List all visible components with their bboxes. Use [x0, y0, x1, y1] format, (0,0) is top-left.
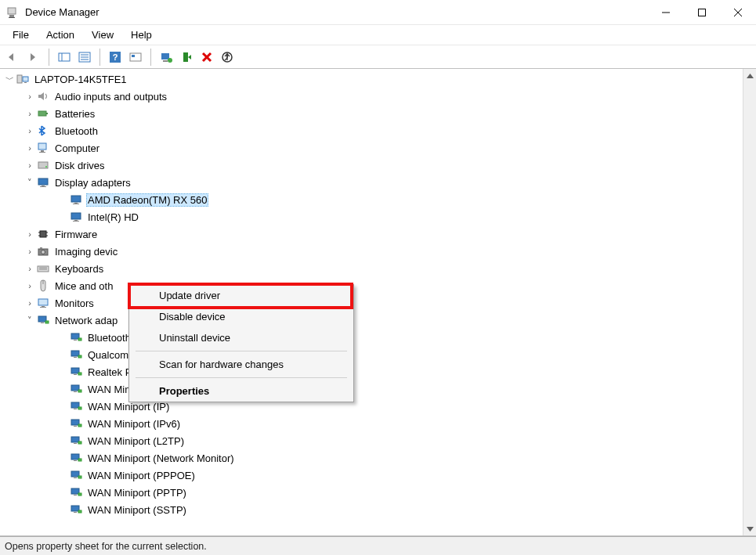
menu-action[interactable]: Action: [38, 27, 82, 42]
tree-category[interactable]: › Batteries: [0, 105, 743, 122]
expander-icon[interactable]: ›: [24, 109, 36, 118]
tree-device[interactable]: WAN Miniport (IKEv2): [0, 380, 743, 398]
svg-rect-7: [59, 53, 70, 61]
expander-icon[interactable]: ˅: [24, 315, 36, 326]
tree-item-label: WAN Miniport (L2TP): [86, 434, 186, 448]
network-icon: [69, 452, 83, 464]
svg-rect-16: [132, 55, 135, 57]
context-menu-item[interactable]: Disable device: [129, 306, 353, 327]
bluetooth-icon: [36, 124, 50, 137]
expander-icon[interactable]: ›: [24, 298, 36, 308]
svg-rect-29: [38, 143, 46, 150]
tree-root[interactable]: ﹀ LAPTOP-14K5TFE1: [0, 70, 743, 88]
tree-item-label: Computer: [53, 142, 101, 155]
show-hidden-button[interactable]: [56, 49, 73, 66]
expander-icon[interactable]: ›: [24, 264, 36, 273]
expander-icon[interactable]: ›: [24, 281, 36, 290]
network-icon: [69, 348, 83, 361]
svg-rect-18: [163, 60, 168, 62]
svg-point-33: [45, 166, 47, 168]
expander-icon[interactable]: ›: [24, 160, 36, 170]
svg-rect-77: [74, 426, 77, 427]
tree-device[interactable]: WAN Miniport (IP): [0, 398, 743, 415]
menu-file[interactable]: File: [5, 27, 37, 42]
maximize-button[interactable]: [684, 0, 720, 25]
network-icon: [69, 331, 83, 344]
svg-rect-25: [23, 77, 28, 81]
svg-rect-89: [74, 495, 77, 496]
uninstall-button[interactable]: [198, 49, 215, 66]
svg-rect-80: [74, 443, 77, 444]
expander-icon[interactable]: ›: [24, 143, 36, 153]
computer-icon: [36, 142, 50, 154]
context-menu-item[interactable]: Scan for hardware changes: [129, 354, 353, 375]
minimize-button[interactable]: [648, 0, 684, 25]
scan-hardware-button[interactable]: [127, 49, 144, 66]
svg-rect-30: [41, 150, 44, 152]
tree-device[interactable]: WAN Miniport (PPTP): [0, 484, 743, 501]
network-icon: [69, 434, 83, 447]
tree-device[interactable]: Bluetooth Device (Personal Area Network): [0, 329, 743, 346]
tree-category[interactable]: ˅ Display adapters: [0, 174, 743, 191]
mouse-icon: [36, 279, 50, 292]
tree-category[interactable]: › Monitors: [0, 294, 743, 312]
svg-rect-93: [78, 510, 81, 513]
expander-icon[interactable]: ›: [24, 247, 36, 256]
expander-icon[interactable]: ˅: [24, 178, 36, 188]
tree-category[interactable]: › Keyboards: [0, 260, 743, 277]
titlebar: Device Manager: [0, 0, 756, 25]
device-tree[interactable]: ﹀ LAPTOP-14K5TFE1 › Audio inputs and out…: [0, 69, 743, 535]
svg-rect-81: [78, 441, 81, 444]
context-menu-item[interactable]: Properties: [129, 380, 353, 402]
update-driver-button[interactable]: [157, 49, 175, 66]
tree-device[interactable]: WAN Miniport (PPPOE): [0, 467, 743, 484]
forward-button[interactable]: [25, 49, 42, 66]
tree-device[interactable]: WAN Miniport (SSTP): [0, 501, 743, 518]
tree-category[interactable]: › Firmware: [0, 225, 743, 243]
tree-item-label: WAN Miniport (SSTP): [86, 503, 188, 517]
svg-rect-56: [42, 306, 45, 307]
back-button[interactable]: [5, 49, 22, 66]
tree-device[interactable]: Intel(R) HD: [0, 208, 743, 225]
svg-rect-35: [42, 186, 45, 186]
tree-device[interactable]: Qualcomm Atheros QCA9377 Wireless Networ…: [0, 346, 743, 363]
svg-rect-65: [74, 357, 77, 358]
scroll-up-icon[interactable]: [743, 69, 756, 82]
tree-device[interactable]: AMD Radeon(TM) RX 560: [0, 191, 743, 208]
tree-category[interactable]: › Disk drives: [0, 157, 743, 174]
tree-device[interactable]: WAN Miniport (L2TP): [0, 432, 743, 449]
tree-item-label: Disk drives: [53, 159, 107, 172]
help-button[interactable]: ?: [107, 49, 124, 66]
context-menu: Update driverDisable deviceUninstall dev…: [128, 284, 354, 402]
tree-category[interactable]: › Bluetooth: [0, 122, 743, 139]
status-bar: Opens property sheet for the current sel…: [0, 536, 756, 555]
scroll-down-icon[interactable]: [743, 522, 756, 535]
context-menu-item[interactable]: Uninstall device: [129, 327, 353, 348]
scan-changes-button[interactable]: [219, 49, 236, 66]
context-menu-item[interactable]: Update driver: [129, 285, 353, 306]
svg-rect-42: [73, 221, 79, 222]
svg-rect-69: [78, 373, 81, 375]
expander-icon[interactable]: ﹀: [3, 74, 16, 85]
vertical-scrollbar[interactable]: [743, 69, 756, 535]
svg-rect-50: [40, 247, 42, 249]
tree-category[interactable]: › Mice and oth: [0, 277, 743, 294]
menu-help[interactable]: Help: [123, 27, 160, 42]
menu-view[interactable]: View: [84, 27, 121, 42]
svg-rect-71: [74, 391, 77, 392]
tree-device[interactable]: Realtek PCIe GBE Family Controller: [0, 363, 743, 380]
properties-button[interactable]: [76, 49, 93, 66]
svg-rect-37: [71, 196, 81, 202]
enable-disable-button[interactable]: [178, 49, 195, 66]
tree-device[interactable]: WAN Miniport (IPv6): [0, 415, 743, 432]
expander-icon[interactable]: ›: [24, 126, 36, 135]
tree-category[interactable]: › Computer: [0, 139, 743, 157]
tree-category[interactable]: › Imaging devic: [0, 243, 743, 260]
tree-item-label: WAN Miniport (PPPOE): [86, 469, 197, 482]
tree-category[interactable]: › Audio inputs and outputs: [0, 88, 743, 105]
expander-icon[interactable]: ›: [24, 229, 36, 239]
close-button[interactable]: [720, 0, 756, 25]
expander-icon[interactable]: ›: [24, 92, 36, 101]
tree-device[interactable]: WAN Miniport (Network Monitor): [0, 449, 743, 467]
tree-category[interactable]: ˅ Network adap: [0, 312, 743, 329]
